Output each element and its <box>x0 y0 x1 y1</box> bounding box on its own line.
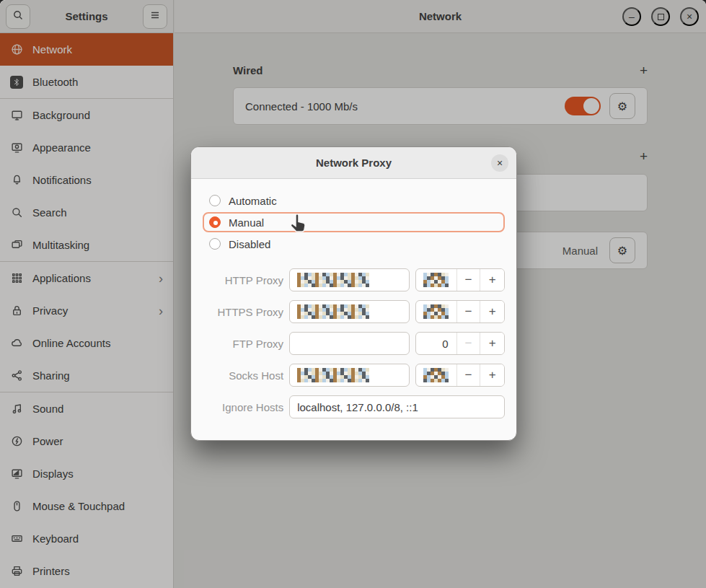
close-icon: × <box>497 158 503 168</box>
radio-label: Automatic <box>229 195 277 207</box>
https-port-value[interactable] <box>416 301 457 322</box>
ignore-hosts-input[interactable]: localhost, 127.0.0.0/8, ::1 <box>289 395 505 418</box>
increment-button[interactable]: + <box>480 364 504 386</box>
decrement-button-disabled: − <box>457 333 481 354</box>
radio-button-disabled[interactable] <box>209 238 221 250</box>
increment-button[interactable]: + <box>480 269 504 291</box>
radio-button-automatic[interactable] <box>209 195 221 206</box>
radio-label: Manual <box>229 216 264 229</box>
dialog-title: Network Proxy <box>316 157 392 169</box>
https-port-spinner: − + <box>415 300 505 323</box>
increment-button[interactable]: + <box>480 301 504 322</box>
ftp-port-value[interactable]: 0 <box>416 333 457 354</box>
http-port-value[interactable] <box>416 269 457 291</box>
socks-host-row: Socks Host − + <box>203 364 505 387</box>
dialog-close-button[interactable]: × <box>491 154 508 172</box>
increment-button[interactable]: + <box>480 333 504 354</box>
redacted-port-value <box>423 304 449 319</box>
redacted-port-value <box>423 368 449 382</box>
redacted-host-value <box>297 273 369 287</box>
radio-row-automatic[interactable]: Automatic <box>203 190 505 211</box>
ftp-port-spinner: 0 − + <box>415 332 505 355</box>
ignore-hosts-value: localhost, 127.0.0.0/8, ::1 <box>297 401 418 413</box>
redacted-port-value <box>423 273 449 287</box>
http-proxy-row: HTTP Proxy − + <box>203 268 505 291</box>
decrement-button[interactable]: − <box>457 364 481 386</box>
socks-port-value[interactable] <box>416 364 457 386</box>
decrement-button[interactable]: − <box>457 301 481 322</box>
radio-row-disabled[interactable]: Disabled <box>203 234 505 254</box>
http-port-spinner: − + <box>415 268 505 291</box>
radio-button-manual[interactable] <box>209 216 221 228</box>
dialog-header: Network Proxy × <box>191 147 516 179</box>
network-proxy-dialog: Network Proxy × Automatic Manual Disable… <box>190 146 517 441</box>
manual-proxy-form: HTTP Proxy − + HTTPS Proxy − + <box>203 268 505 418</box>
https-proxy-row: HTTPS Proxy − + <box>203 300 505 323</box>
redacted-host-value <box>297 304 369 319</box>
http-proxy-input[interactable] <box>289 268 410 291</box>
radio-row-manual[interactable]: Manual <box>203 212 505 232</box>
radio-label: Disabled <box>229 238 270 250</box>
ignore-hosts-row: Ignore Hosts localhost, 127.0.0.0/8, ::1 <box>203 395 505 418</box>
socks-host-label: Socks Host <box>203 369 283 382</box>
http-proxy-label: HTTP Proxy <box>203 274 283 286</box>
socks-port-spinner: − + <box>415 364 505 387</box>
redacted-host-value <box>297 368 369 382</box>
decrement-button[interactable]: − <box>457 269 481 291</box>
ftp-proxy-input[interactable] <box>289 332 410 355</box>
ftp-proxy-label: FTP Proxy <box>203 338 283 350</box>
ftp-proxy-row: FTP Proxy 0 − + <box>203 332 505 355</box>
dialog-body: Automatic Manual Disabled HTTP Proxy <box>191 179 516 440</box>
settings-window: Settings Network Bluetooth <box>0 0 706 588</box>
proxy-mode-radio-group: Automatic Manual Disabled <box>203 190 505 254</box>
https-proxy-label: HTTPS Proxy <box>203 306 283 318</box>
ignore-hosts-label: Ignore Hosts <box>203 401 283 413</box>
socks-host-input[interactable] <box>289 364 410 387</box>
https-proxy-input[interactable] <box>289 300 410 323</box>
